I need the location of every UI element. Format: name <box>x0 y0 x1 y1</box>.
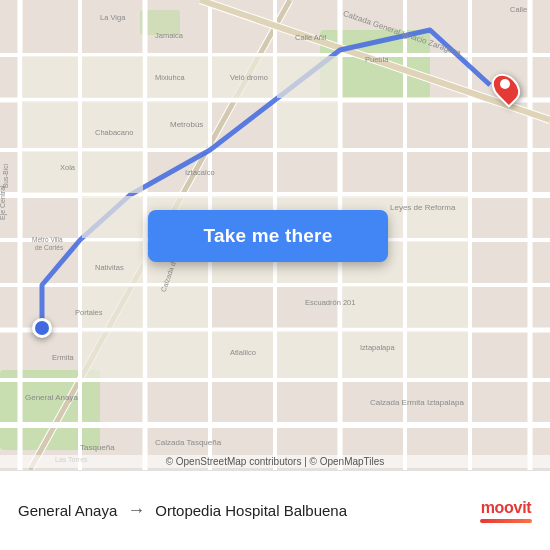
svg-text:Calle: Calle <box>510 5 527 14</box>
svg-text:Tasqueña: Tasqueña <box>80 443 115 452</box>
map-view: Avenida Lázaro Chabacano Jamaica Mixiuhc… <box>0 0 550 470</box>
svg-rect-51 <box>407 286 468 328</box>
svg-rect-31 <box>82 151 143 193</box>
svg-text:La Viga: La Viga <box>100 13 126 22</box>
svg-rect-56 <box>147 331 208 378</box>
map-attribution: © OpenStreetMap contributors | © OpenMap… <box>0 455 550 468</box>
svg-text:Chabacano: Chabacano <box>95 128 133 137</box>
svg-rect-29 <box>82 56 143 98</box>
svg-rect-30 <box>82 101 143 148</box>
svg-rect-26 <box>22 56 78 98</box>
svg-rect-37 <box>82 196 143 238</box>
svg-rect-50 <box>407 241 468 283</box>
destination-pin <box>494 72 518 104</box>
svg-text:Nativitas: Nativitas <box>95 263 124 272</box>
svg-rect-28 <box>22 151 78 193</box>
svg-text:Calzada Ermita Iztapalapa: Calzada Ermita Iztapalapa <box>370 398 464 407</box>
footer-arrow: → <box>127 500 145 521</box>
svg-text:Iztacalco: Iztacalco <box>185 168 215 177</box>
svg-rect-52 <box>342 286 403 328</box>
svg-text:Ermita: Ermita <box>52 353 74 362</box>
svg-rect-35 <box>277 56 338 98</box>
origin-pin <box>32 318 52 338</box>
svg-text:Eje Central: Eje Central <box>0 185 7 220</box>
svg-text:Atlalilco: Atlalilco <box>230 348 256 357</box>
svg-text:Xola: Xola <box>60 163 76 172</box>
svg-text:Calzada Tasqueña: Calzada Tasqueña <box>155 438 222 447</box>
svg-rect-53 <box>342 331 403 378</box>
svg-rect-58 <box>277 331 338 378</box>
footer-bar: General Anaya → Ortopedia Hospital Balbu… <box>0 470 550 550</box>
cta-label: Take me there <box>204 225 333 247</box>
moovit-brand-underline <box>480 519 532 523</box>
svg-text:General Anaya: General Anaya <box>25 393 78 402</box>
svg-rect-39 <box>82 286 143 328</box>
svg-text:de Cortés: de Cortés <box>35 244 64 251</box>
moovit-logo: moovit <box>480 499 532 523</box>
svg-text:Metrobús: Metrobús <box>170 120 203 129</box>
moovit-brand-text: moovit <box>481 499 532 517</box>
svg-text:Jamaica: Jamaica <box>155 31 184 40</box>
svg-text:Escuadrón 201: Escuadrón 201 <box>305 298 355 307</box>
svg-rect-38 <box>82 241 143 283</box>
svg-text:Iztapalapa: Iztapalapa <box>360 343 395 352</box>
svg-text:Veló dromo: Veló dromo <box>230 73 268 82</box>
svg-rect-27 <box>22 101 78 148</box>
footer-destination: Ortopedia Hospital Balbuena <box>155 502 480 519</box>
svg-rect-42 <box>147 286 208 328</box>
footer-origin: General Anaya <box>18 502 117 519</box>
svg-text:Portales: Portales <box>75 308 103 317</box>
svg-rect-54 <box>407 331 468 378</box>
svg-text:Leyes de Reforma: Leyes de Reforma <box>390 203 456 212</box>
svg-text:Metro Villa: Metro Villa <box>32 236 63 243</box>
svg-text:Calle Añil: Calle Añil <box>295 33 327 42</box>
svg-text:Puebla: Puebla <box>365 55 389 64</box>
svg-text:Bus-Bici: Bus-Bici <box>2 164 9 188</box>
take-me-there-button[interactable]: Take me there <box>148 210 388 262</box>
svg-text:Mixiuhca: Mixiuhca <box>155 73 185 82</box>
svg-rect-55 <box>82 331 143 378</box>
svg-rect-36 <box>277 101 338 148</box>
